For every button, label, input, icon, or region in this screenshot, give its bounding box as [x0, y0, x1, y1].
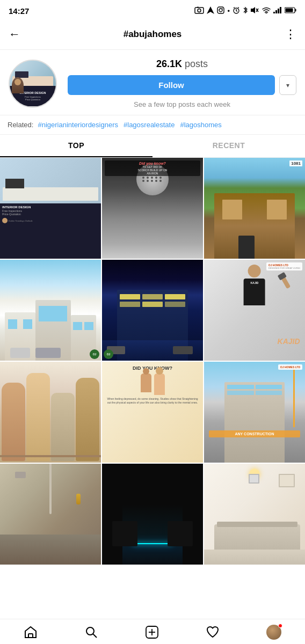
top-navigation: ← #abujahomes ⋮	[0, 19, 305, 50]
svg-rect-19	[280, 7, 281, 13]
bottom-navigation	[0, 619, 305, 644]
post-count: 26.1K posts	[156, 58, 208, 70]
svg-rect-22	[286, 8, 293, 12]
svg-rect-16	[273, 12, 275, 13]
grid-item-7[interactable]: DID YOU KNOW? When feeling depressed, do…	[102, 362, 203, 463]
status-icons: •	[194, 6, 296, 16]
svg-rect-4	[217, 7, 224, 13]
svg-rect-18	[278, 9, 279, 13]
svg-point-24	[86, 627, 94, 635]
navigation-status-icon	[207, 6, 214, 16]
more-options-button[interactable]: ⋮	[277, 25, 296, 44]
svg-rect-23	[28, 634, 33, 638]
nav-profile[interactable]	[266, 625, 281, 640]
tab-recent[interactable]: RECENT	[152, 135, 305, 157]
wifi-icon	[262, 7, 271, 15]
battery-icon	[285, 7, 296, 15]
dot-status-icon: •	[227, 7, 230, 15]
related-tag-1[interactable]: #lagosrealestate	[124, 121, 175, 129]
photo-status-icon	[194, 6, 204, 16]
svg-point-6	[222, 8, 223, 9]
follow-subtitle: See a few top posts each week	[134, 100, 230, 108]
svg-line-9	[236, 11, 237, 12]
related-tag-0[interactable]: #nigerianinteriordesigners	[38, 121, 118, 129]
svg-marker-3	[207, 6, 214, 14]
svg-line-11	[238, 7, 239, 8]
status-time: 14:27	[9, 6, 29, 16]
photo-grid: INTERIOR DESIGN Free Inspections Price-Q…	[0, 158, 305, 565]
status-bar: 14:27	[0, 0, 305, 19]
grid-item-4[interactable]: OJ	[102, 260, 203, 361]
grid-item-11[interactable]	[204, 464, 305, 565]
svg-rect-2	[197, 6, 199, 8]
svg-rect-0	[195, 8, 204, 13]
grid-item-10[interactable]	[102, 464, 203, 565]
related-tags-list: #nigerianinteriordesigners #lagosrealest…	[38, 121, 221, 129]
nav-heart[interactable]	[206, 625, 220, 639]
svg-rect-17	[275, 10, 277, 13]
nav-add[interactable]	[145, 625, 159, 639]
instagram-status-icon	[217, 6, 224, 16]
follow-button[interactable]: Follow	[68, 75, 275, 95]
follow-dropdown-button[interactable]: ▾	[279, 75, 296, 95]
follow-action-row: Follow ▾	[68, 75, 296, 95]
page-title: #abujahomes	[124, 29, 182, 40]
grid-item-6[interactable]	[0, 362, 101, 463]
grid-item-3[interactable]: OJ	[0, 260, 101, 361]
svg-point-15	[266, 13, 267, 13]
related-tags-section: Related: #nigerianinteriordesigners #lag…	[0, 115, 305, 135]
back-button[interactable]: ←	[9, 25, 28, 44]
tab-top[interactable]: TOP	[0, 135, 152, 157]
related-tag-2[interactable]: #lagoshomes	[180, 121, 221, 129]
svg-point-1	[198, 9, 201, 12]
nav-search[interactable]	[84, 625, 98, 639]
grid-item-1[interactable]: Did you know? TO GET RID OFSCORCH BUILD …	[102, 158, 203, 259]
svg-rect-21	[295, 9, 296, 11]
related-label: Related:	[8, 121, 33, 129]
hashtag-avatar: INTERIOR DESIGN Free Inspections Price-Q…	[9, 60, 57, 108]
signal-icon	[273, 7, 282, 15]
svg-line-10	[234, 7, 235, 8]
content-tabs: TOP RECENT	[0, 135, 305, 158]
svg-point-5	[219, 9, 222, 12]
nav-home[interactable]	[24, 625, 38, 639]
profile-stats-section: 26.1K posts Follow ▾ See a few top posts…	[68, 58, 296, 108]
grid-item-2[interactable]: 1081	[204, 158, 305, 259]
grid-item-0[interactable]: INTERIOR DESIGN Free Inspections Price-Q…	[0, 158, 101, 259]
svg-line-25	[93, 634, 97, 638]
mute-icon	[251, 6, 259, 16]
grid-item-8[interactable]: OJ HOMES LTD ANY CONSTRUCTION	[204, 362, 305, 463]
profile-header: INTERIOR DESIGN Free Inspections Price-Q…	[0, 50, 305, 115]
svg-marker-12	[251, 7, 255, 13]
bluetooth-icon	[243, 6, 248, 16]
grid-item-9[interactable]	[0, 464, 101, 565]
alarm-icon	[233, 6, 240, 16]
grid-item-5[interactable]: KAJID KAJID OJ HOMES LTD DESIGNED FOR GR…	[204, 260, 305, 361]
